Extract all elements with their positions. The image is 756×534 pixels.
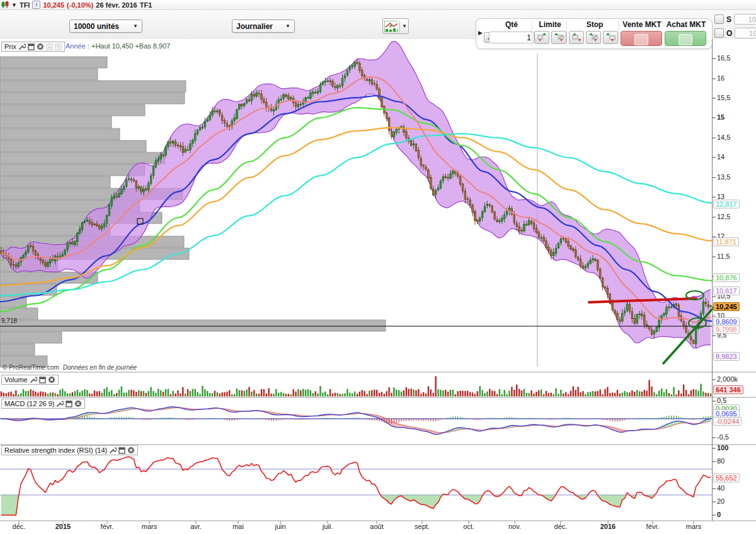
volume-bar (469, 392, 471, 396)
volume-bar (123, 392, 125, 396)
timeframe-select[interactable]: Journalier▼ (232, 20, 295, 33)
volume-bar (319, 386, 321, 396)
volume-bar (74, 391, 76, 396)
candle-body (413, 144, 415, 145)
volume-bar (204, 389, 205, 396)
volume-bar (508, 390, 510, 396)
volume-bar (685, 390, 687, 396)
candle-body (354, 63, 356, 66)
window-icon[interactable] (28, 43, 35, 50)
take-profit-ticks-input[interactable] (735, 28, 756, 38)
volume-bar (401, 392, 402, 397)
candle-body (329, 81, 331, 82)
axis-tick-label: 16,5 (717, 54, 730, 62)
volume-bar (207, 391, 208, 396)
candle-body (513, 214, 515, 223)
volume-panel-header: Volume (1, 375, 59, 385)
take-profit-checkbox[interactable] (714, 28, 724, 38)
candle-body (524, 224, 525, 230)
candle-body (118, 193, 120, 197)
volume-bar (472, 392, 473, 396)
volume-bar (381, 392, 382, 396)
volume-bar (288, 394, 289, 396)
candle-body (381, 98, 383, 107)
volume-bar (707, 393, 709, 396)
candle-body (371, 79, 373, 84)
candle-body (612, 303, 614, 310)
volume-bar (406, 387, 407, 397)
volume-bar (585, 394, 586, 397)
volume-bar (430, 390, 432, 397)
volume-bar (710, 394, 711, 397)
candle-body (428, 170, 430, 178)
candle-body (47, 262, 49, 266)
volume-bar (568, 394, 569, 397)
price-chart-svg[interactable] (0, 39, 756, 534)
close-icon[interactable] (48, 376, 55, 383)
candle-body (607, 288, 609, 295)
window-icon[interactable] (118, 447, 125, 454)
volume-bar (697, 390, 699, 396)
candle-body (346, 71, 348, 75)
candle-body (668, 307, 670, 308)
candle-body (546, 241, 547, 247)
export-up-icon[interactable] (55, 43, 62, 50)
volume-bar (386, 391, 387, 396)
stop-loss-ticks-input[interactable] (734, 14, 756, 25)
candle-body (543, 237, 545, 241)
volume-bar (511, 387, 512, 396)
volume-profile-bar (0, 105, 145, 116)
volume-profile-bar (0, 69, 98, 80)
candle-body (683, 322, 685, 326)
qty-header: Qté (495, 20, 528, 29)
chevron-down-icon: ▼ (279, 23, 290, 29)
candle-body (376, 84, 378, 89)
info-icon[interactable]: i (32, 1, 40, 9)
time-axis-label: août (359, 523, 394, 530)
candle-body (379, 89, 381, 98)
volume-bar (251, 392, 252, 397)
export-down-icon[interactable] (46, 43, 53, 50)
candle-body (496, 220, 498, 222)
close-icon[interactable] (37, 43, 44, 50)
volume-bar (118, 390, 120, 397)
axis-tick-label: 100 (717, 444, 728, 452)
volume-bar (354, 392, 355, 397)
candle-body (410, 140, 412, 145)
volume-bar (433, 393, 434, 397)
volume-bar (506, 394, 507, 397)
volume-bar (391, 393, 392, 397)
wrench-icon[interactable] (56, 400, 64, 407)
wrench-icon[interactable] (18, 43, 26, 50)
time-axis-label: mars (676, 523, 711, 530)
volume-bar (54, 393, 55, 396)
chart-canvas[interactable]: Prix Année : +Haut 10,450 +Bas 8,907 9,7… (0, 39, 756, 534)
wrench-icon[interactable] (30, 376, 37, 383)
symbol-dropdown-caret[interactable]: ▼ (11, 2, 17, 8)
wrench-icon[interactable] (109, 446, 117, 454)
collapse-arrow-icon[interactable]: ▶ (478, 30, 483, 36)
chart-type-button[interactable]: ▼ (382, 18, 409, 34)
candle-body (595, 259, 597, 261)
stop-loss-checkbox[interactable] (714, 14, 724, 24)
volume-bar (180, 394, 181, 397)
volume-bar (197, 392, 198, 397)
volume-bar (371, 390, 372, 397)
axis-value-tag: 8,9823 (713, 352, 740, 361)
candle-body (15, 264, 17, 267)
window-icon[interactable] (66, 401, 72, 407)
close-icon[interactable] (127, 446, 135, 454)
candle-body (580, 259, 581, 266)
candle-body (138, 186, 140, 188)
window-icon[interactable] (39, 377, 46, 383)
close-icon[interactable] (74, 400, 82, 407)
volume-bar (467, 391, 468, 397)
volume-bar (673, 387, 674, 397)
volume-bar (116, 393, 117, 397)
volume-bar (40, 391, 41, 396)
units-select[interactable]: 10000 unités▼ (69, 20, 142, 33)
volume-bar (212, 394, 213, 397)
candle-body (634, 319, 636, 324)
volume-bar (32, 390, 33, 396)
candle-body (185, 149, 186, 152)
